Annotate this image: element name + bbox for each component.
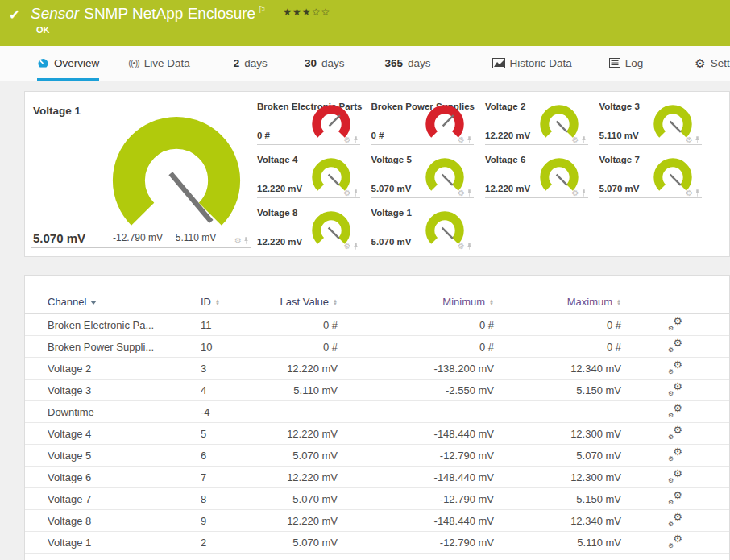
cell-id: 10 — [201, 341, 273, 353]
gear-icon[interactable]: ⚙ — [344, 243, 351, 251]
gauge-title: Voltage 1 — [371, 208, 412, 218]
table-row: Broken Power Suppli... 10 0 # 0 # 0 # ⚙⚙ — [25, 336, 729, 358]
priority-stars[interactable]: ★★★☆☆ — [283, 6, 330, 18]
column-header-minimum[interactable]: Minimum▲▼ — [338, 296, 494, 308]
channel-settings-icon[interactable]: ⚙⚙ — [668, 492, 682, 504]
column-header-channel[interactable]: Channel — [48, 296, 201, 308]
gauge-cell-voltage-2: Voltage 2 12.220 mV ⚙ — [485, 98, 588, 151]
channel-settings-icon[interactable]: ⚙⚙ — [668, 513, 682, 526]
pin-icon[interactable] — [353, 135, 359, 144]
sensor-header: ✔ SensorSNMP NetApp Enclosure⚐ ★★★☆☆ OK — [0, 0, 730, 46]
divider — [599, 197, 703, 198]
divider — [485, 144, 588, 145]
pin-icon[interactable] — [695, 135, 700, 144]
main-content: Voltage 1 5.070 mV -12.790 mV 5.110 mV ⚙… — [0, 81, 730, 560]
pin-icon[interactable] — [581, 135, 587, 144]
tab-log[interactable]: Log — [609, 46, 644, 81]
channel-settings-icon[interactable]: ⚙⚙ — [668, 361, 682, 374]
cell-channel: Broken Power Suppli... — [48, 341, 201, 353]
gear-icon[interactable]: ⚙ — [234, 237, 242, 245]
gear-icon[interactable]: ⚙ — [686, 136, 693, 144]
pin-icon[interactable] — [695, 189, 700, 197]
pin-icon[interactable] — [467, 189, 472, 197]
tab-settings[interactable]: ⚙ Settings — [695, 46, 730, 81]
gauge-value: 12.220 mV — [257, 184, 302, 193]
pin-icon[interactable] — [243, 236, 249, 245]
gauge-title: Voltage 5 — [371, 155, 412, 164]
gauge-cell-broken-power-supplies: Broken Power Supplies 0 # ⚙ — [371, 98, 475, 151]
flag-icon[interactable]: ⚐ — [258, 5, 266, 15]
cell-id: 11 — [201, 319, 273, 331]
small-gauges-grid: Broken Electronic Parts 0 # ⚙ Broken Pow… — [257, 98, 702, 258]
table-header-row: Channel ID▲▼ Last Value▲▼ Minimum▲▼ Maxi… — [25, 290, 729, 314]
tab-label: days — [244, 57, 268, 69]
channel-settings-icon[interactable]: ⚙⚙ — [668, 383, 682, 396]
cell-maximum: 12.300 mV — [494, 471, 621, 483]
divider — [257, 197, 360, 198]
table-row: Voltage 5 6 5.070 mV -12.790 mV 5.070 mV… — [25, 445, 729, 467]
tab-label: Overview — [54, 57, 99, 69]
table-row: Voltage 1 2 5.070 mV -12.790 mV 5.110 mV… — [25, 532, 729, 554]
cell-id: 2 — [201, 537, 273, 549]
column-header-id[interactable]: ID▲▼ — [201, 296, 273, 308]
pin-icon[interactable] — [581, 189, 587, 197]
tab-bar: Overview ((•)) Live Data 2 days 30 days … — [0, 46, 730, 81]
cell-minimum: -148.440 mV — [338, 471, 494, 483]
channel-settings-icon[interactable]: ⚙⚙ — [668, 448, 682, 461]
pin-icon[interactable] — [467, 135, 472, 144]
log-icon — [609, 58, 620, 68]
stars-empty[interactable]: ☆☆ — [312, 6, 331, 18]
cell-channel: Broken Electronic Pa... — [48, 319, 201, 331]
tab-30-days[interactable]: 30 days — [305, 46, 345, 81]
cell-minimum: -12.790 mV — [338, 537, 494, 549]
cell-last-value: 12.220 mV — [273, 471, 338, 483]
pin-icon[interactable] — [353, 189, 359, 197]
tab-2-days[interactable]: 2 days — [234, 46, 268, 81]
gauge-value: 0 # — [257, 131, 270, 140]
cell-maximum: 12.340 mV — [494, 515, 621, 527]
gear-icon[interactable]: ⚙ — [686, 189, 693, 197]
cell-id: 4 — [201, 384, 273, 396]
cell-maximum: 12.300 mV — [494, 428, 621, 440]
channel-settings-icon[interactable]: ⚙⚙ — [668, 426, 682, 439]
gear-icon[interactable]: ⚙ — [344, 136, 351, 144]
cell-channel: Downtime — [48, 406, 201, 418]
tab-365-days[interactable]: 365 days — [384, 46, 430, 81]
cell-minimum: -12.790 mV — [338, 493, 494, 505]
pin-icon[interactable] — [353, 242, 359, 251]
cell-id: -4 — [201, 406, 273, 418]
gauge-value: 12.220 mV — [485, 184, 530, 193]
cell-last-value: 5.070 mV — [273, 450, 338, 462]
stars-filled[interactable]: ★★★ — [283, 6, 311, 18]
column-header-last-value[interactable]: Last Value▲▼ — [273, 296, 338, 308]
gauge-cell-broken-electronic-parts: Broken Electronic Parts 0 # ⚙ — [257, 98, 360, 151]
gauge-value: 12.220 mV — [257, 237, 302, 247]
channel-settings-icon[interactable]: ⚙⚙ — [668, 339, 682, 352]
chart-icon — [492, 58, 505, 68]
channel-settings-icon[interactable]: ⚙⚙ — [668, 404, 682, 417]
tab-historic-data[interactable]: Historic Data — [492, 46, 572, 81]
tab-live-data[interactable]: ((•)) Live Data — [128, 46, 190, 81]
divider — [599, 144, 703, 145]
gear-icon[interactable]: ⚙ — [458, 243, 465, 251]
table-row: Broken Electronic Pa... 11 0 # 0 # 0 # ⚙… — [25, 314, 729, 336]
gear-icon[interactable]: ⚙ — [458, 136, 465, 144]
gear-icon[interactable]: ⚙ — [572, 189, 579, 197]
channel-settings-icon[interactable]: ⚙⚙ — [668, 470, 682, 483]
channel-settings-icon[interactable]: ⚙⚙ — [668, 317, 682, 330]
tab-label: days — [408, 57, 431, 69]
cell-id: 8 — [201, 493, 273, 505]
cell-minimum: -12.790 mV — [338, 450, 494, 462]
cell-minimum: -138.200 mV — [338, 363, 494, 375]
pin-icon[interactable] — [467, 242, 472, 251]
table-row: Voltage 2 3 12.220 mV -138.200 mV 12.340… — [25, 358, 729, 380]
gear-icon[interactable]: ⚙ — [344, 189, 351, 197]
gear-icon[interactable]: ⚙ — [572, 136, 579, 144]
cell-last-value: 12.220 mV — [273, 428, 338, 440]
channel-settings-icon[interactable]: ⚙⚙ — [668, 535, 682, 548]
cell-channel: Voltage 5 — [48, 450, 201, 462]
cell-maximum: 5.150 mV — [494, 493, 621, 505]
column-header-maximum[interactable]: Maximum▲▼ — [494, 296, 621, 308]
tab-overview[interactable]: Overview — [37, 46, 99, 81]
gear-icon[interactable]: ⚙ — [458, 189, 465, 197]
